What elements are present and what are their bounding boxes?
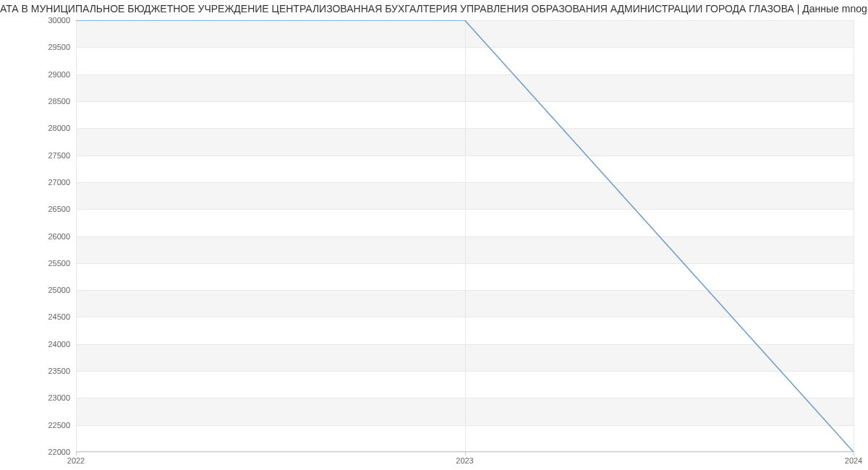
y-tick-label: 25000 — [48, 286, 70, 294]
gridline-vertical — [76, 20, 77, 452]
chart-wrapper: 2200022500230002350024000245002500025500… — [0, 20, 868, 470]
y-tick-label: 29000 — [48, 70, 70, 79]
x-tick-label: 2022 — [67, 456, 85, 465]
y-tick-label: 26000 — [48, 232, 70, 241]
y-tick-label: 22000 — [48, 448, 70, 456]
y-tick-label: 22500 — [48, 421, 70, 430]
y-tick-label: 26500 — [48, 205, 70, 213]
plot-area[interactable]: 202220232024 — [76, 20, 854, 470]
y-tick-label: 24500 — [48, 312, 70, 321]
y-tick-label: 23000 — [48, 393, 70, 402]
x-tick-label: 2023 — [456, 456, 473, 465]
y-tick-label: 28500 — [48, 97, 70, 106]
x-axis: 202220232024 — [76, 452, 854, 470]
y-tick-label: 29500 — [48, 43, 70, 51]
y-axis: 2200022500230002350024000245002500025500… — [0, 20, 76, 470]
y-tick-label: 27500 — [48, 151, 70, 160]
gridline-vertical — [854, 20, 854, 452]
y-tick-label: 25500 — [48, 259, 70, 268]
y-tick-label: 27000 — [48, 178, 70, 187]
plot-inner — [76, 20, 854, 452]
y-tick-label: 28000 — [48, 124, 70, 132]
y-tick-label: 30000 — [48, 16, 70, 25]
x-axis-tick — [854, 452, 854, 456]
y-tick-label: 24000 — [48, 340, 70, 349]
chart-title: АТА В МУНИЦИПАЛЬНОЕ БЮДЖЕТНОЕ УЧРЕЖДЕНИЕ… — [0, 0, 868, 20]
x-tick-label: 2024 — [845, 456, 862, 465]
y-tick-label: 23500 — [48, 367, 70, 375]
gridline-vertical — [465, 20, 466, 452]
